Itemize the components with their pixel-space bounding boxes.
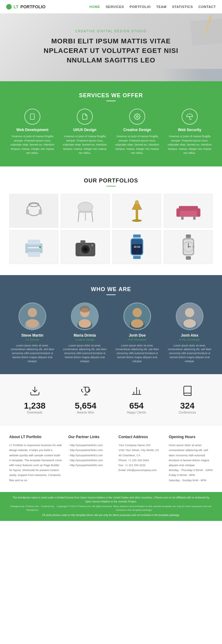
footer-hours-text: Orem ipsum dolor sit amet, consectetuer … [169,443,213,468]
svg-rect-20 [181,217,183,219]
team-role-johnale: HTML Developer [166,338,213,341]
hero-title-line1: MORBI ELIT IPSUM MATTIS VITAE [51,37,171,45]
hero-subtitle: CREATIVE DIGITAL DESIGN STUDIO [75,30,147,33]
avatar-johnale [176,302,204,330]
contact-email: Email: info@yourcompany.com [118,468,162,473]
svg-point-32 [91,244,93,246]
hero-title-line2: NPLACERAT UT VOLUTPAT EGET NISI [44,47,179,54]
svg-rect-39 [186,234,191,238]
portfolio-item-sofa[interactable] [164,194,213,228]
gear-icon [129,109,145,125]
service-desc-security: Vivamus ut justo id massa fringilla semp… [166,134,213,155]
svg-rect-17 [179,206,198,211]
svg-point-14 [132,219,142,222]
portfolio-item-printer[interactable] [9,230,58,264]
navbar: LT PORTFOLIO HOME SERVICES PORTFOLIO TEA… [0,0,222,14]
logo-icon [6,4,12,10]
logo[interactable]: LT PORTFOLIO [6,4,46,10]
nav-links: HOME SERVICES PORTFOLIO TEAM STATISTICS … [89,5,216,9]
team-section: WHO WE ARE Steve Martin Art Director Lor… [0,275,222,374]
footer-col-about: About LT Portfolio LT Portfolio is respo… [9,435,62,483]
team-member-johndoe: Jonh Doe PHP Developer Lorem ipsum dolor… [114,302,160,363]
svg-rect-18 [176,208,180,217]
svg-point-58 [133,308,142,317]
service-name-uiux: UI/UX Design [62,128,108,132]
svg-point-30 [84,248,87,251]
partner-link-5[interactable]: http://yourpartnerlink5.com [68,463,112,468]
nav-contact[interactable]: CONTACT [199,5,216,9]
stat-conferences: 324 Conferences [162,385,213,414]
nav-portfolio[interactable]: PORTFOLIO [130,5,151,9]
svg-rect-40 [186,256,191,259]
footer-col-hours: Opening Hours Orem ipsum dolor sit amet,… [169,435,213,483]
nav-statistics[interactable]: STATISTICS [172,5,193,9]
umbrella-icon [182,109,198,125]
hero-title-line3: NNULLAM SAGITTIS LEO [67,56,155,64]
hours-mth: Monday - Thursday 5:30AM - 10PM [169,468,213,473]
contact-line-1: Your Company Name JSC [118,443,162,448]
hours-sat: Saturday - Sunday 8AM - 6PM [169,478,213,483]
partner-link-3[interactable]: http://yourpartnerlink3.com [68,453,112,458]
portfolio-item-headphones[interactable] [9,194,58,228]
portfolio-item-smartwatch[interactable]: 10:10 [112,230,161,264]
svg-point-55 [78,319,91,328]
service-item-uiux: UI/UX Design Vivamus ut justo id massa f… [62,109,108,155]
stat-awards: 5,654 Awards Won [60,385,111,414]
footer-top: About LT Portfolio LT Portfolio is respo… [0,425,222,492]
hero-title: MORBI ELIT IPSUM MATTIS VITAE NPLACERAT … [44,37,179,65]
svg-point-46 [188,246,189,247]
stat-number-awards: 5,654 [60,401,111,411]
portfolio-item-watch[interactable] [164,230,213,264]
svg-point-26 [39,246,41,248]
stat-label-downloads: Downloads [9,411,60,414]
partner-link-4[interactable]: http://yourpartnerlink4.com [68,458,112,463]
nav-home[interactable]: HOME [89,5,100,9]
footer-copyright: Copyright © 2013 LTheme.com. All rights … [56,505,213,512]
services-title: SERVICES WE OFFER [9,92,213,99]
avatar-steve [18,302,46,330]
portfolio-divider [106,186,116,186]
bar-chart-icon [111,385,162,398]
contact-phone: Phone: +1 225 334 3434 [118,458,162,463]
stat-label-awards: Awards Won [60,411,111,414]
services-divider [106,101,116,101]
service-item-webdev: Web Development Vivamus ut justo id mass… [9,109,56,155]
stats-section: 1,238 Downloads 5,654 Awards Won [0,374,222,425]
stats-grid: 1,238 Downloads 5,654 Awards Won [9,385,213,414]
team-name-johnale: Jonh Alex [166,333,213,338]
svg-point-49 [28,308,37,317]
logo-lt: LT [14,4,18,9]
download-icon [9,385,60,398]
svg-rect-38 [131,239,142,244]
stat-clients: 654 Happy Clients [111,385,162,414]
partner-link-2[interactable]: http://yourpartnerlink2.com [68,448,112,453]
svg-rect-19 [197,208,200,217]
nav-team[interactable]: TEAM [156,5,166,9]
team-role-maria: Creative Design [62,338,108,341]
footer-links-title: Our Partner Links [68,435,112,439]
portfolio-item-chair[interactable] [61,194,110,228]
team-role-johndoe: PHP Developer [114,338,160,341]
svg-point-56 [80,306,90,312]
portfolio-item-camera[interactable] [61,230,110,264]
nav-services[interactable]: SERVICES [106,5,124,9]
book-icon [162,385,213,398]
service-name-security: Web Security [166,128,213,132]
svg-rect-4 [26,210,29,214]
footer: About LT Portfolio LT Portfolio is respo… [0,425,222,521]
stat-number-clients: 654 [111,401,162,411]
team-member-steve: Steve Martin Art Director Lorem ipsum do… [9,302,56,363]
portfolio-item-lamp[interactable] [112,194,161,228]
footer-contact-title: Contact Address [118,435,162,439]
partner-link-1[interactable]: http://yourpartnerlink1.com [68,443,112,448]
services-grid: Web Development Vivamus ut justo id mass… [9,109,213,155]
stat-number-conferences: 324 [162,401,213,411]
footer-bottom-inner: The Wordpress name is used under a limit… [9,496,213,517]
hours-fri: Friday 5:30AM - 9PM [169,473,213,478]
team-desc-maria: Lorem ipsum dolor sit amet, consectetuer… [62,344,108,363]
team-role-steve: Art Director [9,338,56,341]
svg-point-2 [136,116,138,118]
team-name-maria: Maria Drimia [62,333,108,338]
contact-line-2: 1332 Your Street, City World, US [118,448,162,453]
svg-point-15 [135,200,139,204]
